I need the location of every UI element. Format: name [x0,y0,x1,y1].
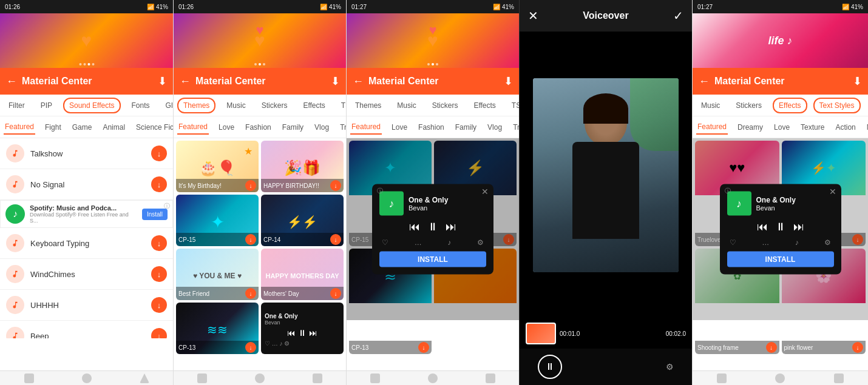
download-icon-1[interactable]: ⬇ [158,75,167,88]
sound-item-keyboard[interactable]: Keyboard Typing [0,228,173,259]
pause-icon[interactable]: ⏸ [427,221,438,233]
pause-icon-5[interactable]: ⏸ [775,221,786,233]
cat-tab-science[interactable]: Science Fiction [135,121,173,134]
filter-tab-filter[interactable]: Filter [4,99,30,112]
sound-item-windchimes[interactable]: WindChimes [0,259,173,290]
grid-item-mothers[interactable]: HAPPY MOTHERS DAY Mothers' Day ↓ [261,249,344,300]
nav-home-3[interactable] [428,373,438,383]
nav-home-5[interactable] [775,373,785,383]
cat-tab-game[interactable]: Game [71,121,93,134]
cat-featured-5[interactable]: Featured [696,120,728,135]
close-icon-vo[interactable]: ✕ [528,8,538,23]
download-talkshow[interactable] [151,146,167,161]
download-keyboard[interactable] [151,235,167,251]
cat-love-5[interactable]: Love [773,121,791,134]
cat-tab-animal[interactable]: Animal [101,121,126,134]
download-windchimes[interactable] [151,266,167,282]
prev-icon-5[interactable]: ⏮ [757,221,768,233]
filter-tab-themes-3[interactable]: Themes [350,99,386,112]
cat-action-5[interactable]: Action [834,121,856,134]
grid-item-bestfriend[interactable]: ♥ YOU & ME ♥ Best Friend ↓ [176,249,259,300]
download-icon-5[interactable]: ⬇ [853,75,862,88]
sla-controls[interactable]: ⏮ ⏸ ⏭ [379,221,486,233]
filter-tab-fonts[interactable]: Fonts [127,99,155,112]
grid-item-cp15[interactable]: ✦ CP-15 ↓ [176,195,259,246]
nav-menu-2[interactable] [197,373,207,383]
grid-item-cp13[interactable]: ≋≋ CP-13 ↓ [176,303,259,354]
filter-tab-themes[interactable]: Themes [177,98,215,113]
filter-tab-sound-effects[interactable]: Sound Effects [63,98,121,113]
filter-tab-stickers-3[interactable]: Stickers [427,99,463,112]
filter-tab-effects-3[interactable]: Effects [469,99,500,112]
voiceover-timeline[interactable]: 00:01.0 00:02.0 [520,318,692,349]
filter-tab-music-3[interactable]: Music [392,99,421,112]
nav-home-2[interactable] [255,373,265,383]
settings-icon-sla-5[interactable]: ⚙ [824,238,831,247]
next-icon-5[interactable]: ⏭ [793,221,804,233]
filter-tab-tstyles-3[interactable]: TStyles [507,99,519,112]
filter-tab-tstyles[interactable]: TStyles [336,99,346,112]
filter-tab-music-5[interactable]: Music [696,99,725,112]
dots-icon-sla-5[interactable]: … [762,238,769,247]
shootingframe-dl[interactable]: ↓ [766,342,777,353]
nav-menu-5[interactable] [717,373,727,383]
cat-fashion-2[interactable]: Fashion [244,121,273,134]
download-beep[interactable] [151,328,167,338]
filter-tab-textstyles-5[interactable]: Text Styles [813,98,861,113]
cat-trav-3[interactable]: Trav… [512,121,519,134]
cat-vlog-2[interactable]: Vlog [313,121,330,134]
birthday2-dl[interactable]: ↓ [330,180,341,191]
heart-icon-sla[interactable]: ♡ [382,238,388,247]
nav-menu-3[interactable] [370,373,380,383]
sound-item-talkshow[interactable]: Talkshow [0,138,173,169]
cat-tab-featured-1[interactable]: Featured [4,120,35,135]
download-icon-2[interactable]: ⬇ [331,75,340,88]
cat-texture-5[interactable]: Texture [799,121,826,134]
download-icon-3[interactable]: ⬇ [504,75,513,88]
cat-vlog-3[interactable]: Vlog [486,121,503,134]
cp13-dl[interactable]: ↓ [245,342,256,353]
sla-install-btn-5[interactable]: INSTALL [727,252,834,267]
settings-icon-sla[interactable]: ⚙ [477,238,484,247]
back-icon-3[interactable]: ← [353,75,364,88]
filter-tab-stickers-2[interactable]: Stickers [257,99,293,112]
cat-family-3[interactable]: Family [454,121,478,134]
birthday-dl[interactable]: ↓ [245,180,256,191]
sound-item-uhhhh[interactable]: UHHHH [0,290,173,321]
cp13-3-dl[interactable]: ↓ [418,342,429,353]
cat-dreamy-5[interactable]: Dreamy [736,121,764,134]
sound-item-nosignal[interactable]: No Signal [0,169,173,200]
grid-item-cp14[interactable]: ⚡⚡ CP-14 ↓ [261,195,344,246]
nav-back-5[interactable] [834,373,844,383]
pinkflower-dl[interactable]: ↓ [852,342,863,353]
back-icon-1[interactable]: ← [6,75,17,88]
cat-love-2[interactable]: Love [217,121,236,134]
cat-trav-2[interactable]: Trav… [339,121,346,134]
sound-item-beep[interactable]: Beep [0,321,173,338]
sla-install-btn[interactable]: INSTALL [379,252,486,267]
prev-icon[interactable]: ⏮ [409,221,420,233]
download-nosignal[interactable] [151,176,167,192]
next-icon[interactable]: ⏭ [446,221,456,233]
nav-home-1[interactable] [82,373,92,383]
back-icon-5[interactable]: ← [699,75,710,88]
cat-tab-fight[interactable]: Fight [44,121,63,134]
download-uhhhh[interactable] [151,297,167,313]
tool-icon-vo[interactable]: ⚙ [666,362,674,372]
bestfriend-dl[interactable]: ↓ [245,288,256,299]
spotify-controls[interactable]: ⏮ ⏸ ⏭ [265,328,340,338]
check-icon-vo[interactable]: ✓ [673,8,683,23]
sla-close-btn-5[interactable]: ✕ [829,187,836,196]
filter-tab-pip[interactable]: PIP [36,99,57,112]
timeline-thumb[interactable] [526,323,556,344]
play-pause-btn[interactable]: ⏸ [538,355,562,379]
sla-close-btn[interactable]: ✕ [481,187,489,196]
nav-back-3[interactable] [486,373,495,383]
nav-back-1[interactable] [140,373,149,383]
filter-tab-gifs[interactable]: GIFs [161,99,173,112]
sla-controls-5[interactable]: ⏮ ⏸ ⏭ [727,221,834,233]
filter-tab-effects-5[interactable]: Effects [773,98,807,113]
heart-icon-sla-5[interactable]: ♡ [730,238,736,247]
cp15-dl[interactable]: ↓ [245,234,256,245]
cat-man-5[interactable]: Man… [866,121,868,134]
